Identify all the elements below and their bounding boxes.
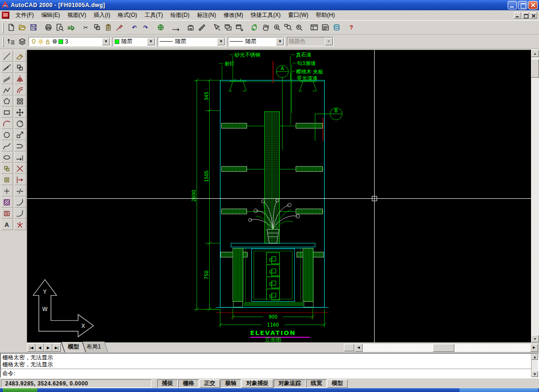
drawing-canvas[interactable]: 砂光不锈钢 射灯 真石漆 勾3厘缝 樱桃木 夹板 亚光清漆 A B	[27, 50, 531, 342]
command-scroll-down-icon[interactable]: ▼	[532, 371, 538, 377]
窗口(W)[interactable]: 窗口(W)	[284, 10, 312, 21]
named-views-icon[interactable]	[222, 22, 233, 33]
layer-combo-dropdown-icon[interactable]: ▼	[102, 38, 110, 45]
match-properties-icon[interactable]	[114, 22, 125, 33]
pan-realtime-icon[interactable]	[260, 22, 271, 33]
erase-icon[interactable]	[14, 51, 26, 62]
模型[interactable]: 模型	[327, 379, 348, 388]
offset-icon[interactable]	[14, 84, 26, 95]
horizontal-scrollbar[interactable]: ◀ ▶	[355, 344, 538, 352]
vertical-scrollbar[interactable]: ▲ ▼	[531, 50, 539, 342]
text-icon[interactable]: A	[1, 219, 13, 230]
construction-line-icon[interactable]	[1, 62, 13, 73]
polyline-icon[interactable]	[1, 84, 13, 95]
designcenter-icon[interactable]	[308, 22, 320, 33]
layer-combo[interactable]: 3 ▼	[29, 37, 111, 46]
tracking-point-icon[interactable]	[170, 22, 181, 33]
make-block-icon[interactable]	[1, 174, 13, 185]
绘图(D)[interactable]: 绘图(D)	[167, 10, 193, 21]
redraw-view-icon[interactable]	[248, 22, 260, 33]
标注(N)[interactable]: 标注(N)	[193, 10, 220, 21]
redo-icon[interactable]: ↷	[140, 22, 151, 33]
scroll-up-icon[interactable]: ▲	[531, 50, 539, 57]
对象追踪[interactable]: 对象追踪	[274, 379, 306, 388]
scrollbar-splitter[interactable]	[344, 344, 354, 351]
prev-tab-icon[interactable]: ◀	[36, 343, 44, 352]
线宽[interactable]: 线宽	[306, 379, 327, 388]
polygon-icon[interactable]	[1, 95, 13, 107]
circle-icon[interactable]	[1, 129, 13, 140]
save-icon[interactable]	[28, 22, 39, 33]
toolbar-grip[interactable]	[2, 22, 4, 33]
distance-icon[interactable]	[196, 22, 207, 33]
lineweight-combo[interactable]: 随层 ▼	[228, 37, 285, 46]
mirror-icon[interactable]	[14, 73, 26, 84]
arc-icon[interactable]	[1, 118, 13, 129]
copy-icon[interactable]	[91, 22, 102, 33]
command-scrollbar[interactable]: ▲ ▼	[531, 354, 538, 377]
multiline-icon[interactable]	[1, 73, 13, 84]
mdi-restore-button[interactable]	[522, 12, 529, 19]
open-file-icon[interactable]	[16, 22, 28, 33]
mdi-minimize-button[interactable]	[514, 12, 521, 19]
minimize-button[interactable]	[508, 1, 517, 9]
zoom-realtime-icon[interactable]	[271, 22, 282, 33]
command-prompt[interactable]: 命令:	[1, 369, 531, 377]
close-button[interactable]	[528, 1, 538, 9]
ellipse-icon[interactable]	[1, 152, 13, 163]
文件(F)[interactable]: 文件(F)	[12, 10, 37, 21]
new-file-icon[interactable]	[5, 22, 16, 33]
栅格[interactable]: 栅格	[178, 379, 199, 388]
last-tab-icon[interactable]: ▶|	[52, 343, 61, 352]
极轴[interactable]: 极轴	[220, 379, 241, 388]
restore-button[interactable]	[518, 1, 527, 9]
print-preview-icon[interactable]	[54, 22, 65, 33]
drawing-file-icon[interactable]	[2, 12, 9, 19]
scroll-right-icon[interactable]: ▶	[530, 344, 538, 352]
spell-check-icon[interactable]: ab	[65, 22, 76, 33]
move-icon[interactable]	[14, 107, 26, 118]
捕捉[interactable]: 捕捉	[157, 379, 178, 388]
linetype-combo[interactable]: 随层 ▼	[158, 37, 226, 46]
line-icon[interactable]	[1, 51, 13, 62]
insert-block-icon[interactable]	[1, 163, 13, 174]
next-tab-icon[interactable]: ▶	[44, 343, 52, 352]
region-icon[interactable]	[1, 208, 13, 219]
trim-icon[interactable]	[14, 163, 26, 174]
spline-icon[interactable]	[1, 140, 13, 152]
hatch-icon[interactable]	[1, 196, 13, 208]
break-icon[interactable]	[14, 185, 26, 196]
extend-icon[interactable]	[14, 174, 26, 185]
color-combo[interactable]: 随层 ▼	[113, 37, 156, 46]
windows-taskbar-edge[interactable]	[0, 388, 539, 392]
make-object-layer-current-icon[interactable]	[5, 36, 16, 47]
帮助(H)[interactable]: 帮助(H)	[312, 10, 339, 21]
对象捕捉[interactable]: 对象捕捉	[241, 379, 273, 388]
layers-icon[interactable]	[16, 36, 28, 47]
start-button-edge[interactable]	[3, 388, 37, 392]
rotate-icon[interactable]	[14, 118, 26, 129]
scroll-down-icon[interactable]: ▼	[531, 335, 539, 342]
help-icon[interactable]: ?	[346, 22, 357, 33]
first-tab-icon[interactable]: |◀	[27, 343, 36, 352]
undo-icon[interactable]: ↶	[129, 22, 140, 33]
快捷工具(X)[interactable]: 快捷工具(X)	[247, 10, 284, 21]
rectangle-icon[interactable]	[1, 107, 13, 118]
scroll-left-icon[interactable]: ◀	[355, 344, 363, 352]
copy-object-icon[interactable]	[14, 62, 26, 73]
插入(I)[interactable]: 插入(I)	[90, 10, 114, 21]
toolbar-grip[interactable]	[2, 36, 4, 47]
zoom-window-icon[interactable]	[282, 22, 293, 33]
工具(T)[interactable]: 工具(T)	[141, 10, 167, 21]
print-icon[interactable]	[43, 22, 54, 33]
格式(O)[interactable]: 格式(O)	[114, 10, 141, 21]
dbconnect-icon[interactable]	[331, 22, 342, 33]
chamfer-icon[interactable]	[14, 196, 26, 208]
lengthen-icon[interactable]	[14, 152, 26, 163]
coordinates-readout[interactable]: 2483.9285, 3524.6269, 0.0000	[1, 379, 152, 388]
mdi-close-button[interactable]	[530, 12, 537, 19]
ucs-dialog-icon[interactable]	[185, 22, 196, 33]
lineweight-combo-dropdown-icon[interactable]: ▼	[276, 38, 284, 45]
horizontal-scroll-thumb[interactable]	[433, 344, 454, 352]
aerial-view-icon[interactable]	[233, 22, 245, 33]
